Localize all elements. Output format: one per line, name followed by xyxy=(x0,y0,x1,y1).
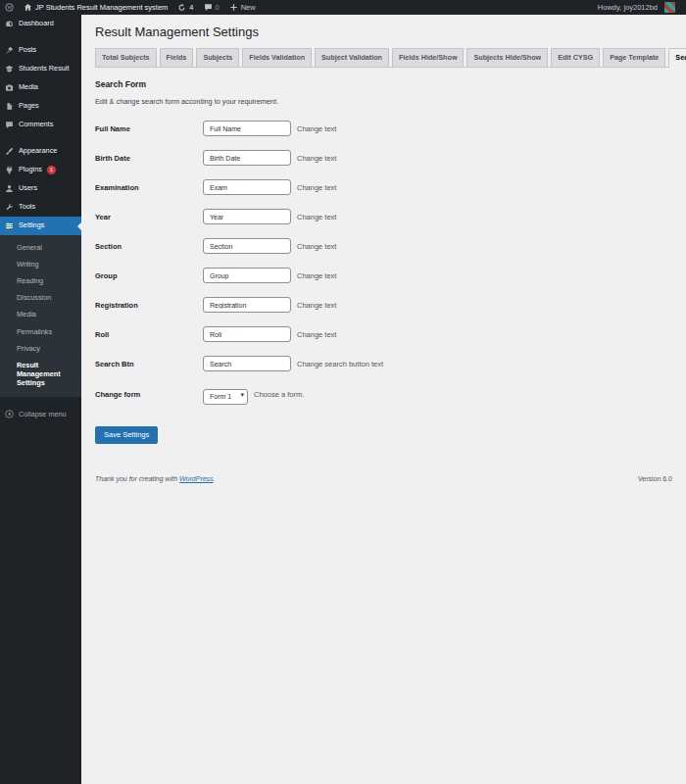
sidebar-item-pages[interactable]: Pages xyxy=(0,97,81,116)
my-account-menu[interactable]: Howdy, joy2012bd xyxy=(593,0,680,15)
tab-edit-cysg[interactable]: Edit CYSG xyxy=(551,48,600,67)
tab-subjects[interactable]: Subjects xyxy=(196,48,239,67)
wordpress-logo-icon[interactable]: W xyxy=(0,0,19,15)
submenu-item-permalinks[interactable]: Permalinks xyxy=(0,323,81,340)
sidebar-item-posts[interactable]: Posts xyxy=(0,41,81,60)
change-form-note: Choose a form. xyxy=(254,390,304,399)
sidebar-item-dashboard[interactable]: Dashboard xyxy=(0,15,81,33)
roll-input[interactable] xyxy=(203,326,291,342)
update-count: 4 xyxy=(189,3,193,12)
tab-search-form[interactable]: Search Form xyxy=(668,48,686,68)
plug-icon xyxy=(5,166,14,174)
section-description: Edit & change search form according to y… xyxy=(95,97,672,106)
group-label: Group xyxy=(95,271,203,280)
submenu-item-privacy[interactable]: Privacy xyxy=(0,340,81,357)
submenu-item-reading[interactable]: Reading xyxy=(0,272,81,289)
year-input[interactable] xyxy=(203,209,291,224)
submenu-item-writing[interactable]: Writing xyxy=(0,256,81,272)
comments-menu[interactable]: 0 xyxy=(199,0,224,15)
menu-separator xyxy=(0,134,81,142)
year-label: Year xyxy=(95,213,203,221)
settings-submenu: GeneralWritingReadingDiscussionMediaPerm… xyxy=(0,235,81,397)
footer: Thank you for creating with WordPress. V… xyxy=(95,475,672,482)
section-input[interactable] xyxy=(203,238,291,254)
search-btn-input[interactable] xyxy=(203,356,291,371)
howdy-text: Howdy, joy2012bd xyxy=(598,3,658,12)
section-note: Change text xyxy=(297,242,336,251)
tab-fields-hide-show[interactable]: Fields Hide/Show xyxy=(392,48,465,67)
group-input[interactable] xyxy=(203,268,291,283)
submenu-item-result-management-settings[interactable]: Result Management Settings xyxy=(0,357,81,391)
tab-fields[interactable]: Fields xyxy=(160,48,194,67)
submenu-item-discussion[interactable]: Discussion xyxy=(0,289,81,306)
sidebar-item-users[interactable]: Users xyxy=(0,179,81,198)
full-name-input[interactable] xyxy=(203,121,291,136)
tab-page-template[interactable]: Page Template xyxy=(603,48,665,67)
sidebar-item-label: Dashboard xyxy=(19,20,54,27)
year-row: YearChange text xyxy=(95,209,672,224)
year-note: Change text xyxy=(297,213,336,221)
tab-total-subjects[interactable]: Total Subjects xyxy=(95,48,157,67)
site-name: JP Students Result Management system xyxy=(35,3,168,12)
tab-fields-validation[interactable]: Fields Validation xyxy=(242,48,312,67)
change-form-select[interactable]: Form 1 xyxy=(203,389,248,405)
sidebar-item-comments[interactable]: Comments xyxy=(0,116,81,134)
search-btn-row: Search BtnChange search button text xyxy=(95,356,672,371)
chevron-down-icon: Form 1 xyxy=(203,385,248,405)
examination-row: ExaminationChange text xyxy=(95,179,672,195)
admin-sidebar: DashboardPostsStudents ResultMediaPagesC… xyxy=(0,15,81,784)
sidebar-item-students-result[interactable]: Students Result xyxy=(0,60,81,78)
comment-bubble-icon xyxy=(204,3,213,12)
change-form-label: Change form xyxy=(95,390,203,399)
students-result-icon xyxy=(5,65,14,74)
avatar xyxy=(664,2,675,13)
group-note: Change text xyxy=(297,271,336,280)
brush-icon xyxy=(5,147,14,156)
tab-subjects-hide-show[interactable]: Subjects Hide/Show xyxy=(466,48,548,67)
svg-text:W: W xyxy=(7,5,12,10)
registration-label: Registration xyxy=(95,301,203,310)
birth-date-input[interactable] xyxy=(203,150,291,166)
section-label: Section xyxy=(95,242,203,251)
tab-subject-validation[interactable]: Subject Validation xyxy=(315,48,389,67)
section-title: Search Form xyxy=(95,79,672,89)
new-content-menu[interactable]: New xyxy=(224,0,261,15)
section-row: SectionChange text xyxy=(95,238,672,254)
menu-separator xyxy=(0,33,81,41)
sidebar-item-label: Media xyxy=(19,83,38,91)
submenu-item-general[interactable]: General xyxy=(0,239,81,256)
pages-icon xyxy=(5,102,14,111)
sliders-icon xyxy=(5,221,14,230)
sidebar-item-label: Appearance xyxy=(19,147,57,155)
sidebar-item-tools[interactable]: Tools xyxy=(0,198,81,217)
examination-input[interactable] xyxy=(203,179,291,195)
full-name-row: Full NameChange text xyxy=(95,121,672,136)
new-label: New xyxy=(241,3,256,12)
plugins-update-badge: 1 xyxy=(47,166,56,174)
sidebar-item-appearance[interactable]: Appearance xyxy=(0,142,81,161)
sidebar-item-label: Users xyxy=(19,184,37,192)
sidebar-item-settings[interactable]: Settings xyxy=(0,217,81,235)
updates-menu[interactable]: 4 xyxy=(172,0,198,15)
sidebar-item-label: Settings xyxy=(19,221,44,229)
sidebar-item-label: Tools xyxy=(19,203,35,211)
dashboard-icon xyxy=(5,20,14,28)
save-settings-button[interactable]: Save Settings xyxy=(95,426,158,444)
sidebar-item-plugins[interactable]: Plugins1 xyxy=(0,161,81,179)
sidebar-item-media[interactable]: Media xyxy=(0,78,81,97)
submenu-item-media[interactable]: Media xyxy=(0,306,81,322)
site-menu[interactable]: JP Students Result Management system xyxy=(19,0,172,15)
roll-note: Change text xyxy=(297,330,336,339)
registration-input[interactable] xyxy=(203,297,291,313)
wordpress-link[interactable]: WordPress xyxy=(179,475,214,482)
roll-row: RollChange text xyxy=(95,326,672,342)
collapse-menu-button[interactable]: Collapse menu xyxy=(0,405,81,423)
birth-date-row: Birth DateChange text xyxy=(95,150,672,166)
settings-tab-bar: Total SubjectsFieldsSubjectsFields Valid… xyxy=(95,48,672,68)
sidebar-item-label: Students Result xyxy=(19,65,70,73)
footer-thanks: Thank you for creating with WordPress. xyxy=(95,475,216,482)
group-row: GroupChange text xyxy=(95,268,672,283)
registration-row: RegistrationChange text xyxy=(95,297,672,313)
main-content: Result Management Settings Total Subject… xyxy=(81,15,686,784)
media-icon xyxy=(5,83,14,92)
